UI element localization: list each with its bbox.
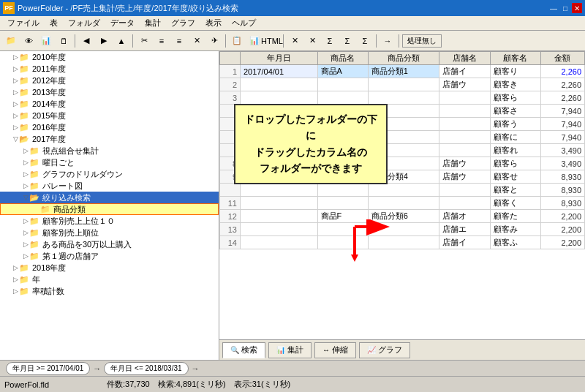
cell-kingaku: 2,200 xyxy=(540,223,584,236)
tree-item-shiten[interactable]: ▷📁視点組合せ集計 xyxy=(0,145,219,157)
menu-item-グラフ[interactable]: グラフ xyxy=(167,16,200,30)
menu-item-集計[interactable]: 集計 xyxy=(140,16,165,30)
menu-item-表[interactable]: 表 xyxy=(45,16,62,30)
tree-item-y2018[interactable]: ▷📁2018年度 xyxy=(0,262,219,274)
statusbar-stats: 件数:37,730 検索:4,891(ミリ秒) 表示:31(ミリ秒) xyxy=(107,379,290,390)
grid-tabs: 🔍検索📊集計↔伸縮📈グラフ xyxy=(219,339,585,360)
tree-item-daichi[interactable]: ▷📁第１週の店舗ア xyxy=(0,250,219,262)
filter-2-label: 年月日 <= 2018/03/31 xyxy=(110,363,181,374)
tree-item-y2014[interactable]: ▷📁2014年度 xyxy=(0,98,219,110)
cell-kingaku: 7,940 xyxy=(540,105,584,118)
tree-icon-aru: 📁 xyxy=(29,240,41,249)
menu-item-データ[interactable]: データ xyxy=(106,16,139,30)
tree-arrow-y2018: ▷ xyxy=(12,264,19,271)
cell-row-num: 2 xyxy=(220,78,241,91)
tree-item-ruisan[interactable]: ▷📁率積計数 xyxy=(0,285,219,297)
table-row[interactable]: 11顧客く8,930 xyxy=(220,197,585,210)
table-row[interactable]: 12商品F商品分類6店舗オ顧客た2,200 xyxy=(220,210,585,223)
grid-tab-search[interactable]: 🔍検索 xyxy=(222,342,265,358)
tree-item-youbi[interactable]: ▷📁曜日ごと xyxy=(0,157,219,168)
filter-1-label: 年月日 >= 2017/04/01 xyxy=(12,363,83,374)
menu-item-ヘルプ[interactable]: ヘルプ xyxy=(227,16,260,30)
tree-arrow-y2014: ▷ xyxy=(12,100,19,108)
cell-kingaku: 7,940 xyxy=(540,118,584,131)
grid-tab-graph[interactable]: 📈グラフ xyxy=(359,342,410,358)
toolbar-separator xyxy=(376,34,377,48)
cell-shohin xyxy=(317,184,368,197)
menu-item-ファイル[interactable]: ファイル xyxy=(3,16,44,30)
tree-item-shohin[interactable]: 📁商品分類 xyxy=(0,203,219,215)
grid-area: 年月日商品名商品分類店舗名顧客名金額 12017/04/01商品A商品分類1店舗… xyxy=(219,51,585,360)
x1-btn[interactable]: ✕ xyxy=(287,33,303,49)
sum2-btn[interactable]: Σ xyxy=(339,33,355,49)
x2-btn[interactable]: ✕ xyxy=(304,33,320,49)
view-btn[interactable]: 👁 xyxy=(20,33,37,49)
cut-btn[interactable]: ✂ xyxy=(136,33,152,49)
sum3-btn[interactable]: Σ xyxy=(357,33,373,49)
table-row[interactable]: 12017/04/01商品A商品分類1店舗イ顧客り2,260 xyxy=(220,65,585,78)
grid-tab-aggregate[interactable]: 📊集計 xyxy=(268,342,312,358)
list-btn[interactable]: 🗒 xyxy=(56,33,72,49)
process-btn[interactable]: 処理無し xyxy=(402,34,442,48)
tree-item-y2010[interactable]: ▷📁2010年度 xyxy=(0,51,219,63)
close-button[interactable]: ✕ xyxy=(572,3,582,13)
tree-item-y2013[interactable]: ▷📁2013年度 xyxy=(0,86,219,98)
cell-tenpo: 店舗イ xyxy=(439,236,490,249)
table-row[interactable]: 13店舗エ顧客み2,200 xyxy=(220,223,585,236)
cell-tenpo: 店舗ウ xyxy=(439,170,490,184)
table-row[interactable]: 2店舗ウ顧客き2,260 xyxy=(220,78,585,91)
menu-item-表示[interactable]: 表示 xyxy=(201,16,226,30)
table-row[interactable]: 14店舗イ顧客ふ2,200 xyxy=(220,236,585,249)
tree-item-palette[interactable]: ▷📁パレート図 xyxy=(0,180,219,192)
menu-item-フォルダ[interactable]: フォルダ xyxy=(64,16,105,30)
cell-row-num: 1 xyxy=(220,65,241,78)
tree-icon-ruisan: 📁 xyxy=(19,287,31,295)
minimize-button[interactable]: — xyxy=(548,3,559,13)
cell-kokyaku: 顧客み xyxy=(490,223,540,236)
html-btn[interactable]: HTML xyxy=(264,33,280,49)
open-btn[interactable]: 📁 xyxy=(3,33,19,49)
filter-chip-1[interactable]: 年月日 >= 2017/04/01 xyxy=(6,362,90,375)
tree-arrow-y2011: ▷ xyxy=(12,65,19,72)
table-row[interactable]: 3顧客ら2,260 xyxy=(220,91,585,105)
tree-item-shikomi[interactable]: ▽📂絞り込み検索 xyxy=(0,192,219,203)
tree-arrow-daichi: ▷ xyxy=(22,252,29,260)
right-btn[interactable]: → xyxy=(380,33,396,49)
tree-arrow-y2013: ▷ xyxy=(12,88,19,96)
tree-item-nen[interactable]: ▷📁年 xyxy=(0,274,219,285)
back-btn[interactable]: ◀ xyxy=(78,33,94,49)
data-table-wrapper[interactable]: 年月日商品名商品分類店舗名顧客名金額 12017/04/01商品A商品分類1店舗… xyxy=(219,51,585,339)
grid-tab-shrink[interactable]: ↔伸縮 xyxy=(314,342,356,358)
col-header-0 xyxy=(220,52,241,65)
cell-date xyxy=(241,210,318,223)
send-btn[interactable]: ✈ xyxy=(206,33,222,49)
forward-btn[interactable]: ▶ xyxy=(96,33,112,49)
tree-item-y2016[interactable]: ▷📁2016年度 xyxy=(0,121,219,133)
tree-item-y2011[interactable]: ▷📁2011年度 xyxy=(0,63,219,75)
maximize-button[interactable]: □ xyxy=(560,3,570,13)
tree-item-aru[interactable]: ▷📁ある商品を30万以上購入 xyxy=(0,238,219,250)
tree-item-kokyaku-jun[interactable]: ▷📁顧客別売上順位 xyxy=(0,227,219,238)
list2-btn[interactable]: ≡ xyxy=(171,33,187,49)
up-btn[interactable]: ▲ xyxy=(113,33,129,49)
table-row[interactable]: 顧客と8,930 xyxy=(220,184,585,197)
tree-item-kokyaku-jo[interactable]: ▷📁顧客別売上上位１０ xyxy=(0,215,219,227)
tree-scroll[interactable]: ▷📁2010年度▷📁2011年度▷📁2012年度▷📁2013年度▷📁2014年度… xyxy=(0,51,219,360)
sum1-btn[interactable]: Σ xyxy=(322,33,338,49)
tree-item-drill[interactable]: ▷📁グラフのドリルダウン xyxy=(0,168,219,180)
tree-item-y2017[interactable]: ▽📂2017年度 xyxy=(0,133,219,145)
tree-item-y2012[interactable]: ▷📁2012年度 xyxy=(0,75,219,86)
del-btn[interactable]: ✕ xyxy=(189,33,205,49)
cell-kokyaku: 顧客ら xyxy=(490,157,540,170)
tree-item-y2015[interactable]: ▷📁2015年度 xyxy=(0,110,219,121)
chart-btn[interactable]: 📊 xyxy=(38,33,54,49)
tree-arrow-aru: ▷ xyxy=(22,241,29,248)
copy-btn[interactable]: 📋 xyxy=(229,33,245,49)
col-header-1: 年月日 xyxy=(241,52,318,65)
cell-tenpo xyxy=(439,197,490,210)
filter-chip-2[interactable]: 年月日 <= 2018/03/31 xyxy=(104,362,188,375)
tree-arrow-y2012: ▷ xyxy=(12,77,19,84)
data-btn[interactable]: 📊 xyxy=(246,33,263,49)
list1-btn[interactable]: ≡ xyxy=(154,33,170,49)
tree-icon-kokyaku-jo: 📁 xyxy=(29,216,41,225)
